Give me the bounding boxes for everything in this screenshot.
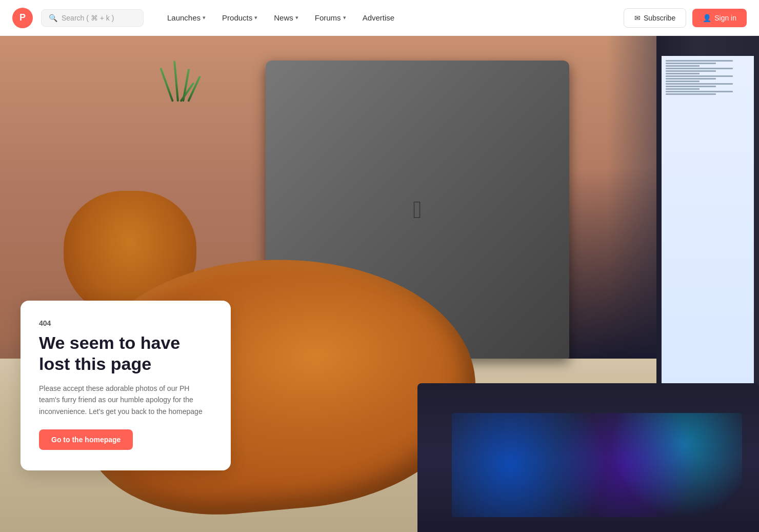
error-title: We seem to have lost this page [39, 332, 212, 375]
error-code: 404 [39, 319, 212, 327]
signin-button[interactable]: 👤 Sign in [692, 9, 747, 27]
nav-item-launches[interactable]: Launches ▾ [160, 9, 213, 26]
chevron-down-icon: ▾ [203, 14, 206, 21]
monitor-screen [662, 56, 754, 413]
nav-right: ✉ Subscribe 👤 Sign in [624, 8, 747, 28]
chevron-down-icon: ▾ [295, 14, 298, 21]
search-box[interactable]: 🔍 Search ( ⌘ + k ) [41, 9, 144, 27]
search-icon: 🔍 [49, 14, 57, 22]
navbar: P 🔍 Search ( ⌘ + k ) Launches ▾ Products… [0, 0, 759, 36]
nav-products-label: Products [222, 13, 252, 22]
screen-content-line [666, 70, 716, 72]
screen-content-line [666, 86, 716, 87]
nav-forums-label: Forums [315, 13, 341, 22]
logo[interactable]: P [12, 8, 33, 28]
screen-content-line [666, 83, 733, 85]
nav-links: Launches ▾ Products ▾ News ▾ Forums ▾ Ad… [160, 9, 615, 26]
nav-news-label: News [274, 13, 293, 22]
nav-item-news[interactable]: News ▾ [267, 9, 306, 26]
screen-content-line [666, 93, 716, 95]
monitor-right [656, 36, 759, 433]
screen-content-line [666, 65, 700, 67]
error-title-line2: lost this page [39, 354, 151, 373]
subscribe-button[interactable]: ✉ Subscribe [624, 8, 686, 28]
error-title-line1: We seem to have [39, 333, 180, 352]
keyboard [417, 383, 759, 532]
screen-content-line [666, 60, 733, 62]
nav-item-products[interactable]: Products ▾ [215, 9, 265, 26]
nav-launches-label: Launches [167, 13, 201, 22]
screen-content-line [666, 63, 716, 64]
screen-content-line [666, 68, 733, 69]
error-description: Please accept these adorable photos of o… [39, 383, 212, 417]
chevron-down-icon: ▾ [254, 14, 257, 21]
go-to-homepage-button[interactable]: Go to the homepage [39, 429, 133, 450]
signin-label: Sign in [714, 14, 736, 22]
keyboard-rgb-glow [452, 413, 742, 517]
nav-advertise-label: Advertise [363, 13, 395, 22]
screen-content-line [666, 73, 700, 74]
logo-letter: P [19, 12, 26, 23]
screen-content-line [666, 75, 733, 77]
nav-item-advertise[interactable]: Advertise [355, 9, 402, 26]
screen-content-line [666, 78, 716, 80]
screen-content-line [666, 91, 733, 92]
nav-item-forums[interactable]: Forums ▾ [308, 9, 353, 26]
chevron-down-icon: ▾ [343, 14, 346, 21]
signin-icon: 👤 [703, 14, 711, 22]
error-card: 404 We seem to have lost this page Pleas… [21, 301, 231, 470]
screen-content-line [666, 81, 700, 82]
screen-content-line [666, 88, 700, 90]
subscribe-label: Subscribe [644, 14, 675, 22]
search-placeholder-text: Search ( ⌘ + k ) [62, 14, 114, 22]
subscribe-icon: ✉ [634, 14, 641, 22]
